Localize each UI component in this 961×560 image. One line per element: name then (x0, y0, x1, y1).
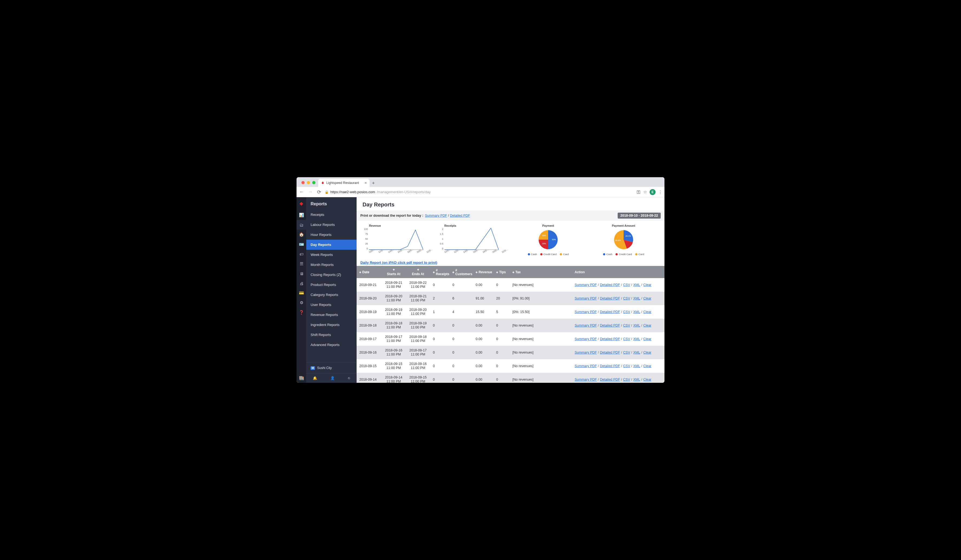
notifications-icon[interactable]: 🔔 (313, 376, 317, 380)
sidebar-item-shift-reports[interactable]: Shift Reports (306, 330, 357, 340)
column-header[interactable]: ◆# Receipts (430, 266, 450, 278)
daily-report-link[interactable]: Daily Report (on iPAD click pdf report t… (360, 260, 437, 265)
row-xml-link[interactable]: XML (633, 324, 640, 327)
row-summary-pdf-link[interactable]: Summary PDF (575, 378, 597, 382)
sidebar-item-closing-reports-z-[interactable]: Closing Reports (Z) (306, 270, 357, 280)
row-clear-link[interactable]: Clear (643, 310, 651, 314)
rail-labour-icon[interactable]: 🗂 (297, 220, 306, 230)
row-xml-link[interactable]: XML (633, 283, 640, 287)
rail-print-icon[interactable]: 🖨 (297, 278, 306, 288)
row-xml-link[interactable]: XML (633, 351, 640, 355)
logout-icon[interactable]: ⎋ (348, 376, 350, 380)
profile-avatar[interactable]: E (649, 189, 656, 195)
rail-tag-icon[interactable]: 🏷 (297, 249, 306, 259)
sidebar-item-hour-reports[interactable]: Hour Reports (306, 230, 357, 240)
rail-layers-icon[interactable]: ☰ (297, 259, 306, 269)
reload-button[interactable]: ⟳ (316, 189, 322, 195)
row-summary-pdf-link[interactable]: Summary PDF (575, 310, 597, 314)
brand-logo-icon[interactable]: ◆ (299, 201, 303, 206)
sidebar-item-advanced-reports[interactable]: Advanced Reports (306, 340, 357, 350)
sidebar-item-month-reports[interactable]: Month Reports (306, 260, 357, 270)
rail-receipts-icon[interactable]: 📊 (297, 210, 306, 220)
address-field[interactable]: 🔒 https://nae2-web.posios.com/management… (325, 190, 634, 194)
row-detailed-pdf-link[interactable]: Detailed PDF (600, 297, 620, 300)
row-xml-link[interactable]: XML (633, 297, 640, 300)
row-summary-pdf-link[interactable]: Summary PDF (575, 351, 597, 355)
row-detailed-pdf-link[interactable]: Detailed PDF (600, 324, 620, 327)
row-clear-link[interactable]: Clear (643, 297, 651, 300)
sidebar-item-category-reports[interactable]: Category Reports (306, 290, 357, 300)
row-csv-link[interactable]: CSV (623, 337, 630, 341)
cell-receipts: 0 (430, 359, 450, 373)
rail-card-icon[interactable]: 🪪 (297, 239, 306, 249)
row-clear-link[interactable]: Clear (643, 351, 651, 355)
back-button[interactable]: ← (299, 189, 305, 195)
rail-settings-icon[interactable]: ⚙ (297, 298, 306, 308)
row-detailed-pdf-link[interactable]: Detailed PDF (600, 283, 620, 287)
summary-pdf-link[interactable]: Summary PDF (425, 214, 447, 218)
browser-window: Lightspeed Restaurant × + ← → ⟳ 🔒 https:… (297, 177, 664, 383)
row-clear-link[interactable]: Clear (643, 378, 651, 382)
rail-wallet-icon[interactable]: 💳 (297, 288, 306, 298)
column-header[interactable]: ◆# Customers (450, 266, 473, 278)
sidebar-item-week-reports[interactable]: Week Reports (306, 250, 357, 260)
close-window-icon[interactable] (301, 181, 305, 184)
row-csv-link[interactable]: CSV (623, 364, 630, 368)
column-header[interactable]: ◆Starts At (381, 266, 406, 278)
bookmark-icon[interactable]: ☆ (643, 189, 647, 194)
row-xml-link[interactable]: XML (633, 310, 640, 314)
row-clear-link[interactable]: Clear (643, 324, 651, 327)
sidebar-item-ingredient-reports[interactable]: Ingredient Reports (306, 320, 357, 330)
row-csv-link[interactable]: CSV (623, 297, 630, 300)
row-clear-link[interactable]: Clear (643, 283, 651, 287)
column-header[interactable]: ◆Tips (493, 266, 510, 278)
rail-home-icon[interactable]: 🏠 (297, 230, 306, 239)
row-xml-link[interactable]: XML (633, 378, 640, 382)
row-csv-link[interactable]: CSV (623, 283, 630, 287)
forward-button[interactable]: → (307, 189, 313, 195)
sidebar-item-product-reports[interactable]: Product Reports (306, 280, 357, 290)
sidebar-item-labour-reports[interactable]: Labour Reports (306, 220, 357, 230)
sidebar-item-revenue-reports[interactable]: Revenue Reports (306, 310, 357, 320)
row-csv-link[interactable]: CSV (623, 310, 630, 314)
row-xml-link[interactable]: XML (633, 337, 640, 341)
row-detailed-pdf-link[interactable]: Detailed PDF (600, 337, 620, 341)
row-xml-link[interactable]: XML (633, 364, 640, 368)
close-tab-icon[interactable]: × (365, 181, 367, 185)
rail-store-icon[interactable]: 🏬 (297, 373, 306, 383)
column-header[interactable]: Action (572, 266, 664, 278)
date-range-picker[interactable]: 2018-09-10 - 2018-09-22 (618, 213, 660, 218)
account-icon[interactable]: 👤 (330, 376, 335, 380)
row-detailed-pdf-link[interactable]: Detailed PDF (600, 351, 620, 355)
key-icon[interactable]: ⚿ (636, 189, 641, 194)
detailed-pdf-link[interactable]: Detailed PDF (450, 214, 470, 218)
row-csv-link[interactable]: CSV (623, 324, 630, 327)
row-summary-pdf-link[interactable]: Summary PDF (575, 324, 597, 327)
column-header[interactable]: ◆Ends At (406, 266, 430, 278)
row-detailed-pdf-link[interactable]: Detailed PDF (600, 310, 620, 314)
row-clear-link[interactable]: Clear (643, 364, 651, 368)
sidebar-item-receipts[interactable]: Receipts (306, 210, 357, 220)
row-summary-pdf-link[interactable]: Summary PDF (575, 364, 597, 368)
new-tab-button[interactable]: + (370, 180, 377, 187)
row-detailed-pdf-link[interactable]: Detailed PDF (600, 364, 620, 368)
minimize-window-icon[interactable] (307, 181, 310, 184)
row-summary-pdf-link[interactable]: Summary PDF (575, 337, 597, 341)
rail-help-icon[interactable]: ❓ (297, 308, 306, 317)
browser-tab[interactable]: Lightspeed Restaurant × (318, 179, 370, 187)
column-header[interactable]: ◆Tax (510, 266, 572, 278)
sidebar-item-day-reports[interactable]: Day Reports (306, 240, 357, 250)
sidebar-item-user-reports[interactable]: User Reports (306, 300, 357, 310)
store-switcher[interactable]: M Sushi City (306, 363, 357, 373)
menu-icon[interactable]: ⋮ (658, 189, 662, 194)
row-clear-link[interactable]: Clear (643, 337, 651, 341)
row-csv-link[interactable]: CSV (623, 351, 630, 355)
row-summary-pdf-link[interactable]: Summary PDF (575, 283, 597, 287)
rail-devices-icon[interactable]: 🖥 (297, 269, 306, 278)
row-csv-link[interactable]: CSV (623, 378, 630, 382)
maximize-window-icon[interactable] (312, 181, 315, 184)
row-detailed-pdf-link[interactable]: Detailed PDF (600, 378, 620, 382)
column-header[interactable]: ◆Date (357, 266, 381, 278)
row-summary-pdf-link[interactable]: Summary PDF (575, 297, 597, 300)
column-header[interactable]: ◆Revenue (473, 266, 493, 278)
